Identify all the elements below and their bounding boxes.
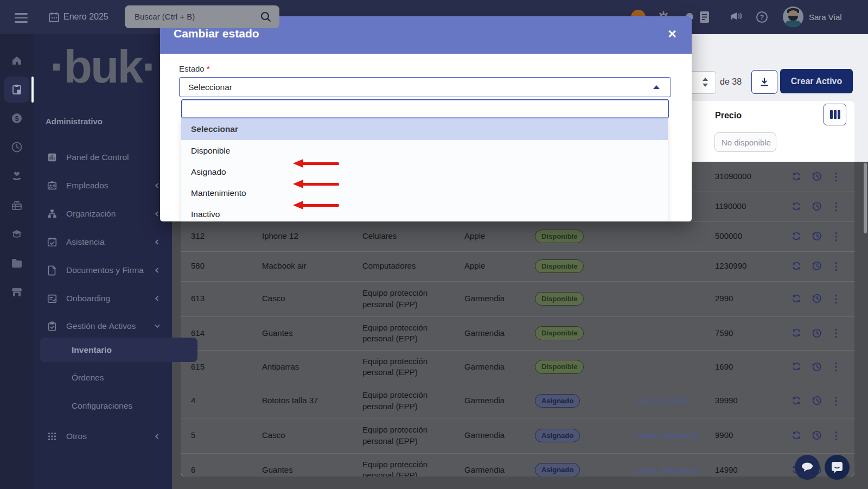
- sidebar-item-panel-de-control[interactable]: Panel de Control: [40, 148, 166, 167]
- sync-icon[interactable]: [790, 170, 804, 184]
- megaphone-icon[interactable]: [729, 10, 743, 24]
- history-icon[interactable]: [810, 259, 824, 274]
- cell-assigned: [636, 281, 712, 316]
- sidebar-item-organizacion[interactable]: Organización: [40, 205, 166, 223]
- kebab-icon[interactable]: ⋮: [831, 230, 841, 244]
- history-icon[interactable]: [810, 170, 824, 184]
- table-row[interactable]: 614 Guantes Equipo protección personal (…: [181, 316, 854, 351]
- rail-home-icon[interactable]: [0, 48, 34, 74]
- sync-icon[interactable]: [790, 259, 804, 274]
- table-row[interactable]: 613 Casco Equipo protección personal (EP…: [181, 281, 854, 317]
- menu-icon[interactable]: [15, 13, 28, 23]
- kebab-icon[interactable]: ⋮: [831, 292, 841, 306]
- rail-clock-icon[interactable]: [0, 134, 34, 160]
- sidebar: ·buk· Administrativo Panel de ControlEmp…: [34, 34, 172, 489]
- cell-assigned: [636, 221, 712, 251]
- estado-select[interactable]: Seleccionar: [179, 77, 671, 97]
- sidebar-item-otros[interactable]: Otros: [40, 427, 166, 446]
- sync-icon[interactable]: [790, 360, 804, 374]
- history-icon[interactable]: [810, 230, 824, 244]
- price-filter-input[interactable]: No disponible: [714, 132, 776, 152]
- status-badge: Asignado: [535, 463, 580, 477]
- table-row[interactable]: 6 Guantes Equipo protección personal (EP…: [181, 453, 854, 477]
- rail-gift-icon[interactable]: [0, 192, 34, 218]
- chat-bubble-button[interactable]: [795, 455, 820, 480]
- user-name[interactable]: Sara Vial: [809, 12, 842, 22]
- history-icon[interactable]: [810, 360, 824, 374]
- scrollbar-thumb[interactable]: [864, 163, 867, 233]
- help-icon[interactable]: ?: [756, 11, 768, 23]
- cambiar-estado-modal: Cambiar estado ✕ Estado * Seleccionar Se…: [160, 16, 692, 221]
- cell-status: Asignado: [535, 453, 627, 477]
- kebab-icon[interactable]: ⋮: [831, 170, 841, 184]
- kebab-icon[interactable]: ⋮: [831, 326, 841, 340]
- cell-id: 5: [191, 418, 256, 453]
- table-row[interactable]: 4 Bototos talla 37 Equipo protección per…: [181, 384, 854, 418]
- sidebar-item-onboarding[interactable]: Onboarding: [40, 289, 166, 308]
- history-icon[interactable]: [810, 292, 824, 306]
- cell-category: Equipo protección personal (EPP): [362, 384, 460, 418]
- assigned-user-link[interactable]: Labra, Macarena: [636, 465, 698, 475]
- rail-money-icon[interactable]: $: [0, 105, 34, 131]
- column-header-precio[interactable]: Precio: [715, 111, 742, 120]
- kebab-icon[interactable]: ⋮: [831, 360, 841, 374]
- sidebar-item-ordenes[interactable]: Órdenes: [40, 369, 197, 387]
- history-icon[interactable]: [810, 394, 824, 408]
- dropdown-option-asignado[interactable]: Asignado: [181, 161, 668, 182]
- stepper-down-icon[interactable]: [703, 84, 708, 87]
- period-label[interactable]: Enero 2025: [63, 12, 108, 22]
- sidebar-item-empleados[interactable]: Empleados: [40, 176, 166, 195]
- status-badge: Disponible: [535, 360, 584, 374]
- dropdown-option-mantenimiento[interactable]: Mantenimiento: [181, 182, 668, 204]
- dropdown-option-inactivo[interactable]: Inactivo: [181, 204, 668, 221]
- helpdesk-chat-button[interactable]: [825, 455, 850, 480]
- kebab-icon[interactable]: ⋮: [831, 394, 841, 408]
- sync-icon[interactable]: [790, 326, 804, 340]
- cell-id: 6: [191, 453, 256, 477]
- sync-icon[interactable]: [790, 230, 804, 244]
- column-settings-button[interactable]: [824, 104, 846, 125]
- avatar[interactable]: [783, 7, 803, 27]
- stepper-up-icon[interactable]: [703, 78, 708, 81]
- table-row[interactable]: 580 Macbook air Computadores Apple Dispo…: [181, 251, 854, 282]
- rail-assets-clipboard-icon[interactable]: [0, 77, 34, 103]
- download-button[interactable]: [751, 70, 777, 94]
- sync-icon[interactable]: [790, 429, 804, 443]
- table-row[interactable]: 312 Iphone 12 Celulares Apple Disponible…: [181, 221, 854, 252]
- dropdown-option-seleccionar[interactable]: Seleccionar: [181, 118, 668, 140]
- kebab-icon[interactable]: ⋮: [831, 200, 841, 214]
- cell-price: 39990: [715, 384, 786, 418]
- status-badge: Disponible: [535, 292, 584, 306]
- news-icon[interactable]: [699, 11, 711, 23]
- sidebar-item-documentos-y-firma[interactable]: Documentos y Firma: [40, 261, 166, 280]
- history-icon[interactable]: [810, 429, 824, 443]
- sidebar-item-gestion-de-activos[interactable]: Gestión de Activos: [40, 317, 166, 335]
- table-row[interactable]: 615 Antiparras Equipo protección persona…: [181, 350, 854, 384]
- document-icon: [47, 265, 58, 276]
- dropdown-search-input[interactable]: [181, 99, 669, 118]
- calendar-icon[interactable]: [48, 11, 60, 23]
- history-icon[interactable]: [810, 200, 824, 214]
- close-icon[interactable]: ✕: [665, 27, 680, 42]
- cell-name: Guantes: [262, 316, 357, 350]
- sync-icon[interactable]: [790, 394, 804, 408]
- assigned-user-link[interactable]: Labra, Macarena: [636, 430, 698, 441]
- kebab-icon[interactable]: ⋮: [831, 259, 841, 274]
- sidebar-item-inventario[interactable]: Inventario: [40, 338, 197, 362]
- search-input[interactable]: Buscar (Ctrl + B): [125, 5, 279, 28]
- rail-training-icon[interactable]: [0, 221, 34, 247]
- sync-icon[interactable]: [790, 200, 804, 214]
- dropdown-option-disponible[interactable]: Disponible: [181, 140, 668, 161]
- kebab-icon[interactable]: ⋮: [831, 429, 841, 443]
- assigned-user-link[interactable]: Concha, Pedro: [636, 395, 691, 406]
- history-icon[interactable]: [810, 326, 824, 340]
- sidebar-item-asistencia[interactable]: Asistencia: [40, 233, 166, 251]
- table-row[interactable]: 5 Casco Equipo protección personal (EPP)…: [181, 418, 854, 454]
- sync-icon[interactable]: [790, 292, 804, 306]
- cell-status: Disponible: [535, 221, 627, 251]
- crear-activo-button[interactable]: Crear Activo: [780, 69, 853, 93]
- rail-folder-icon[interactable]: [0, 250, 34, 276]
- rail-store-icon[interactable]: [0, 279, 34, 305]
- rail-benefits-hand-heart-icon[interactable]: [0, 163, 34, 189]
- sidebar-item-configuraciones[interactable]: Configuraciones: [40, 397, 197, 415]
